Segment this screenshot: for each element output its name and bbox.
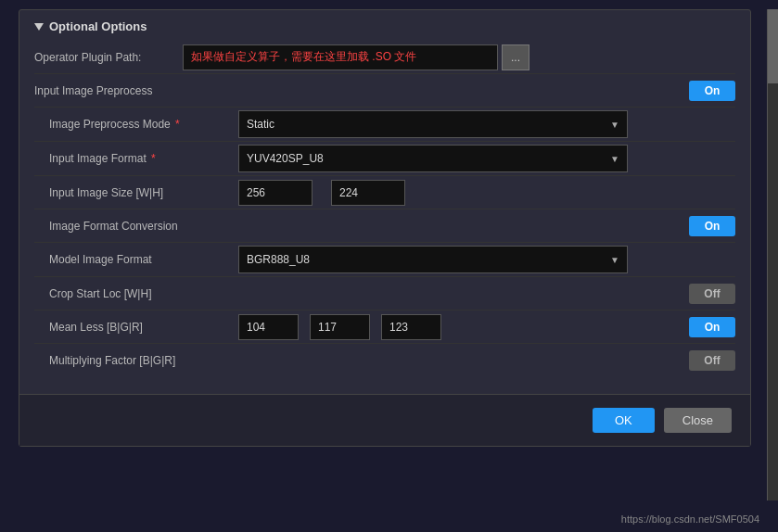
input-image-format-value: YUV420SP_U8 ▼	[238, 145, 735, 172]
model-image-format-row: Model Image Format BGR888_U8 ▼	[34, 243, 735, 277]
multiplying-factor-label: Multiplying Factor [B|G|R]	[34, 354, 238, 367]
mean-r-input[interactable]: 123	[381, 314, 441, 340]
scrollbar-thumb[interactable]	[768, 9, 778, 83]
input-image-preprocess-label: Input Image Preprocess	[34, 84, 238, 97]
image-preprocess-mode-row: Image Preprocess Mode * Static ▼	[34, 108, 735, 142]
image-format-conversion-label: Image Format Conversion	[34, 220, 238, 233]
browse-button[interactable]: ...	[502, 44, 529, 70]
collapse-icon[interactable]	[34, 23, 44, 31]
input-image-preprocess-row: Input Image Preprocess On	[34, 74, 735, 108]
image-height-input[interactable]: 224	[331, 180, 405, 206]
required-marker: *	[175, 118, 180, 131]
input-image-format-label: Input Image Format *	[34, 152, 238, 165]
ok-button[interactable]: OK	[593, 408, 655, 433]
crop-start-loc-value: Off	[238, 284, 735, 304]
input-image-size-row: Input Image Size [W|H] 256 224	[34, 176, 735, 209]
image-format-conversion-value: On	[238, 216, 735, 236]
model-image-format-value: BGR888_U8 ▼	[238, 246, 735, 273]
operator-plugin-value-area: 如果做自定义算子，需要在这里加载 .SO 文件 ...	[183, 44, 735, 70]
model-image-format-label: Model Image Format	[34, 253, 238, 266]
operator-plugin-input[interactable]: 如果做自定义算子，需要在这里加载 .SO 文件	[183, 44, 498, 70]
required-marker-2: *	[151, 152, 156, 165]
model-image-format-dropdown[interactable]: BGR888_U8 ▼	[238, 246, 628, 273]
input-image-format-row: Input Image Format * YUV420SP_U8 ▼	[34, 142, 735, 176]
crop-start-loc-row: Crop Start Loc [W|H] Off	[34, 277, 735, 310]
mean-b-input[interactable]: 104	[238, 314, 299, 340]
section-title: Optional Options	[49, 19, 147, 33]
image-format-conversion-toggle[interactable]: On	[689, 216, 735, 236]
watermark: https://blog.csdn.net/SMF0504	[621, 513, 759, 525]
mean-less-row: Mean Less [B|G|R] 104 117 123 On	[34, 310, 735, 344]
mean-less-value: 104 117 123 On	[238, 314, 735, 340]
input-image-preprocess-toggle[interactable]: On	[689, 81, 735, 101]
image-width-input[interactable]: 256	[238, 180, 312, 206]
section-header: Optional Options	[19, 10, 750, 41]
dropdown-arrow-icon: ▼	[610, 120, 619, 130]
crop-start-loc-label: Crop Start Loc [W|H]	[34, 287, 238, 300]
operator-plugin-label: Operator Plugin Path:	[34, 51, 183, 64]
operator-plugin-row: Operator Plugin Path: 如果做自定义算子，需要在这里加载 .…	[34, 41, 735, 74]
dropdown-arrow-icon-3: ▼	[610, 255, 619, 265]
options-dialog: Optional Options Operator Plugin Path: 如…	[19, 9, 751, 447]
multiplying-factor-row: Multiplying Factor [B|G|R] Off	[34, 344, 735, 377]
scrollbar[interactable]	[767, 9, 778, 500]
mean-less-toggle[interactable]: On	[689, 317, 735, 337]
mean-g-input[interactable]: 117	[310, 314, 370, 340]
image-format-conversion-row: Image Format Conversion On	[34, 209, 735, 243]
close-button[interactable]: Close	[664, 408, 732, 433]
image-preprocess-mode-dropdown[interactable]: Static ▼	[238, 110, 628, 138]
crop-start-loc-toggle[interactable]: Off	[689, 284, 735, 304]
input-image-preprocess-value: On	[238, 81, 735, 101]
multiplying-factor-toggle[interactable]: Off	[689, 350, 735, 371]
input-image-size-label: Input Image Size [W|H]	[34, 186, 238, 199]
content-area: Operator Plugin Path: 如果做自定义算子，需要在这里加载 .…	[19, 41, 750, 386]
image-preprocess-mode-label: Image Preprocess Mode *	[34, 118, 238, 131]
mean-less-label: Mean Less [B|G|R]	[34, 321, 238, 334]
dialog-footer: OK Close	[19, 394, 750, 446]
multiplying-factor-value: Off	[238, 350, 735, 371]
input-image-format-dropdown[interactable]: YUV420SP_U8 ▼	[238, 145, 628, 172]
mean-less-inputs: 104 117 123	[238, 314, 689, 340]
image-preprocess-mode-value: Static ▼	[238, 110, 735, 138]
dropdown-arrow-icon-2: ▼	[610, 154, 619, 164]
input-image-size-value: 256 224	[238, 180, 735, 206]
